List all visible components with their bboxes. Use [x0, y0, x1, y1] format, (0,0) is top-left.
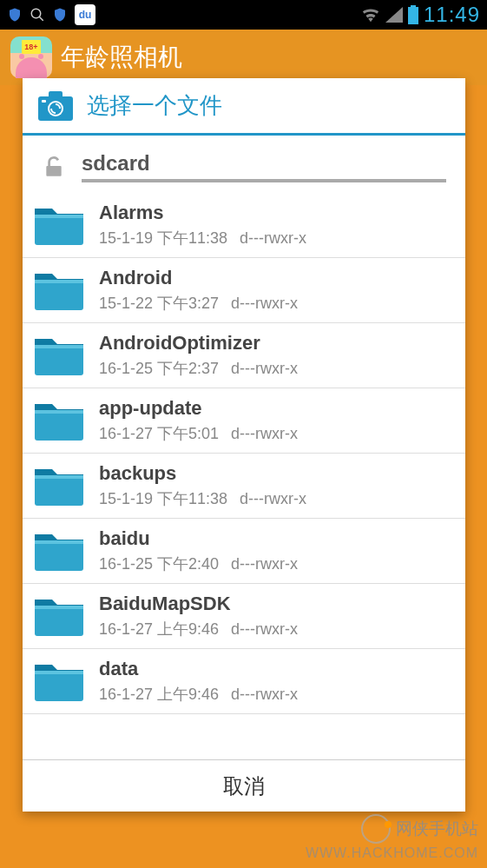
- file-time: 15-1-22 下午3:27: [99, 295, 219, 312]
- file-name: Alarms: [99, 202, 455, 224]
- file-info: Alarms 15-1-19 下午11:38d---rwxr-x: [99, 202, 455, 248]
- file-perms: d---rwxr-x: [231, 295, 298, 312]
- file-time: 15-1-19 下午11:38: [99, 229, 227, 247]
- svg-rect-22: [35, 606, 83, 636]
- folder-icon: [33, 334, 85, 377]
- file-info: data 16-1-27 上午9:46d---rwxr-x: [99, 658, 455, 705]
- file-info: baidu 16-1-25 下午2:40d---rwxr-x: [99, 527, 455, 574]
- cancel-button[interactable]: 取消: [23, 759, 465, 812]
- location-underline: [82, 179, 446, 182]
- svg-rect-10: [35, 215, 83, 245]
- svg-rect-11: [35, 215, 83, 218]
- svg-rect-3: [408, 7, 418, 24]
- file-name: AndroidOptimizer: [99, 332, 455, 354]
- file-item[interactable]: backups 15-1-19 下午11:38d---rwxr-x: [23, 454, 465, 519]
- svg-rect-20: [35, 540, 83, 571]
- cancel-label: 取消: [223, 772, 265, 800]
- svg-rect-5: [49, 91, 63, 98]
- file-meta: 16-1-27 下午5:01d---rwxr-x: [99, 423, 455, 444]
- file-time: 16-1-25 下午2:37: [99, 360, 219, 377]
- svg-rect-2: [411, 5, 416, 7]
- file-perms: d---rwxr-x: [231, 425, 298, 442]
- app-title: 年龄照相机: [61, 41, 182, 74]
- file-item[interactable]: app-update 16-1-27 下午5:01d---rwxr-x: [23, 388, 465, 454]
- svg-rect-8: [42, 100, 46, 103]
- folder-icon: [33, 659, 85, 703]
- file-name: BaiduMapSDK: [99, 593, 455, 615]
- svg-rect-14: [35, 345, 83, 375]
- file-item[interactable]: Alarms 15-1-19 下午11:38d---rwxr-x: [23, 193, 465, 258]
- file-perms: d---rwxr-x: [240, 229, 306, 247]
- file-meta: 16-1-25 下午2:37d---rwxr-x: [99, 358, 455, 379]
- file-meta: 15-1-19 下午11:38d---rwxr-x: [99, 488, 455, 509]
- svg-rect-24: [35, 671, 83, 701]
- dialog-header: 选择一个文件: [23, 78, 465, 133]
- file-time: 16-1-27 上午9:46: [99, 686, 219, 703]
- svg-rect-19: [35, 475, 83, 479]
- file-name: app-update: [99, 397, 455, 420]
- file-perms: d---rwxr-x: [231, 686, 298, 703]
- file-item[interactable]: Android 15-1-22 下午3:27d---rwxr-x: [23, 258, 465, 323]
- svg-rect-16: [35, 410, 83, 441]
- clock-text: 11:49: [424, 3, 480, 27]
- search-icon: [30, 7, 45, 23]
- svg-rect-23: [35, 606, 83, 609]
- svg-rect-25: [35, 671, 83, 674]
- age-badge: 18+: [22, 40, 41, 54]
- svg-rect-17: [35, 410, 83, 414]
- file-time: 15-1-19 下午11:38: [99, 490, 227, 507]
- file-name: data: [99, 658, 455, 680]
- file-info: AndroidOptimizer 16-1-25 下午2:37d---rwxr-…: [99, 332, 455, 379]
- file-info: Android 15-1-22 下午3:27d---rwxr-x: [99, 267, 455, 314]
- file-perms: d---rwxr-x: [231, 555, 298, 573]
- file-name: Android: [99, 267, 455, 289]
- file-time: 16-1-27 上午9:46: [99, 620, 219, 638]
- location-row[interactable]: sdcard: [23, 136, 465, 193]
- battery-icon: [408, 5, 418, 24]
- file-list[interactable]: Alarms 15-1-19 下午11:38d---rwxr-x Android…: [23, 193, 465, 759]
- folder-icon: [33, 464, 85, 507]
- file-meta: 16-1-25 下午2:40d---rwxr-x: [99, 553, 455, 574]
- folder-icon: [33, 268, 85, 312]
- status-right: 11:49: [361, 3, 480, 27]
- location-text: sdcard: [82, 151, 446, 179]
- file-name: baidu: [99, 527, 455, 550]
- unlock-icon: [43, 156, 65, 178]
- file-perms: d---rwxr-x: [231, 360, 298, 377]
- file-item[interactable]: BaiduMapSDK 16-1-27 上午9:46d---rwxr-x: [23, 584, 465, 649]
- app-header: 18+ 年龄照相机: [0, 30, 487, 85]
- file-picker-dialog: 选择一个文件 sdcard Alarms 15-1-19 下午11:38d---…: [23, 78, 465, 812]
- folder-icon: [33, 399, 85, 442]
- file-perms: d---rwxr-x: [240, 490, 306, 507]
- file-info: backups 15-1-19 下午11:38d---rwxr-x: [99, 462, 455, 509]
- file-perms: d---rwxr-x: [231, 620, 298, 638]
- file-meta: 16-1-27 上午9:46d---rwxr-x: [99, 684, 455, 705]
- svg-rect-13: [35, 280, 83, 283]
- file-info: app-update 16-1-27 下午5:01d---rwxr-x: [99, 397, 455, 444]
- file-time: 16-1-27 下午5:01: [99, 425, 219, 442]
- camera-icon: [38, 91, 73, 121]
- status-left: du: [7, 4, 95, 25]
- signal-icon: [385, 7, 403, 23]
- file-meta: 15-1-22 下午3:27d---rwxr-x: [99, 293, 455, 314]
- svg-rect-21: [35, 540, 83, 544]
- file-item[interactable]: baidu 16-1-25 下午2:40d---rwxr-x: [23, 519, 465, 584]
- svg-rect-15: [35, 345, 83, 348]
- status-bar: du 11:49: [0, 0, 487, 30]
- file-item[interactable]: data 16-1-27 上午9:46d---rwxr-x: [23, 649, 465, 714]
- folder-icon: [33, 594, 85, 638]
- file-meta: 15-1-19 下午11:38d---rwxr-x: [99, 228, 455, 248]
- svg-rect-18: [35, 475, 83, 506]
- dialog-title: 选择一个文件: [87, 90, 222, 121]
- baidu-badge-icon: du: [75, 4, 95, 25]
- svg-rect-12: [35, 280, 83, 310]
- folder-icon: [33, 203, 85, 247]
- file-time: 16-1-25 下午2:40: [99, 555, 219, 573]
- file-meta: 16-1-27 上午9:46d---rwxr-x: [99, 619, 455, 639]
- file-info: BaiduMapSDK 16-1-27 上午9:46d---rwxr-x: [99, 593, 455, 639]
- folder-icon: [33, 529, 85, 573]
- svg-rect-9: [46, 166, 61, 176]
- svg-point-0: [31, 9, 41, 18]
- app-icon: 18+: [10, 36, 52, 78]
- file-item[interactable]: AndroidOptimizer 16-1-25 下午2:37d---rwxr-…: [23, 323, 465, 388]
